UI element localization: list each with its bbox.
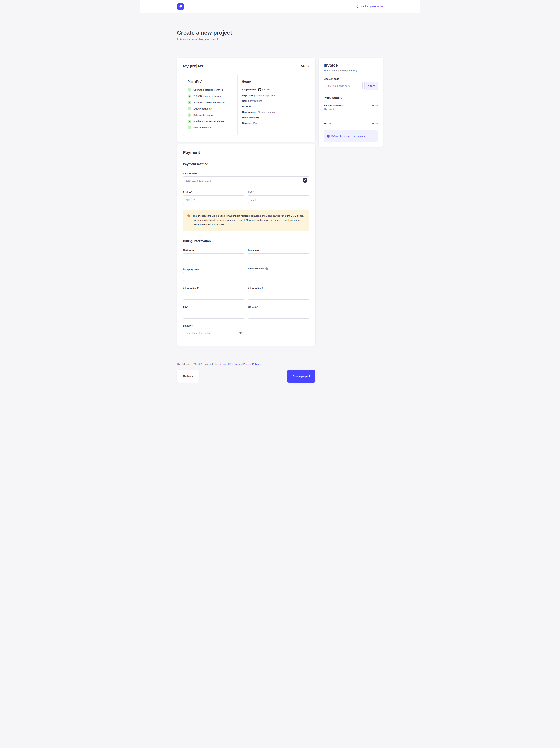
first-name-input[interactable] <box>183 253 244 262</box>
strapi-logo-mark <box>179 5 182 8</box>
discount-code-label: Discount code <box>324 78 339 80</box>
check-icon <box>188 120 191 123</box>
country-field: Country Select or enter a value <box>183 324 244 337</box>
plan-feature: Multi-environment available <box>188 120 229 123</box>
company-name-label: Company name <box>183 268 200 271</box>
city-input[interactable] <box>183 310 244 319</box>
zip-code-field: ZIP code <box>248 305 310 319</box>
payment-title: Payment <box>183 150 310 155</box>
price-item-period: This month <box>324 108 343 111</box>
privacy-policy-link[interactable]: Privacy Policy <box>243 363 259 366</box>
last-name-field: Last name <box>248 249 310 262</box>
company-name-field: Company name <box>183 267 244 281</box>
first-name-label: First name <box>183 249 194 252</box>
setup-row-branch: Branch main <box>242 105 284 108</box>
address-line1-field: Address line 1 <box>183 286 244 300</box>
expires-field: Expires <box>183 190 244 204</box>
next-month-charge-note: $75 will be charged next month. <box>324 131 378 142</box>
create-project-button[interactable]: Create project <box>287 370 315 382</box>
plan-feature-label: 500 GB of assets bandwidth <box>193 101 225 104</box>
price-item-name: Strapi Cloud Pro <box>324 104 343 107</box>
city-field: City <box>183 305 244 319</box>
check-icon <box>188 113 191 117</box>
total-amount: $8.04 <box>371 122 378 125</box>
last-name-input[interactable] <box>248 253 310 262</box>
page-title: Create a new project <box>177 29 383 36</box>
discount-code-block: Discount code Apply <box>324 77 378 90</box>
email-input[interactable] <box>248 272 310 280</box>
my-project-title: My project <box>183 64 203 69</box>
setup-row-base-directory: Base directory / <box>242 116 284 119</box>
card-number-input[interactable] <box>183 177 310 185</box>
page-subtitle: Lets create something awesome! <box>177 38 383 41</box>
country-field-spacer <box>248 324 310 337</box>
email-field: Email address <box>248 267 310 281</box>
address-line2-field: Address line 2 <box>248 286 310 300</box>
city-label: City <box>183 306 188 308</box>
discount-code-input[interactable] <box>324 82 363 90</box>
setup-row-name: Name my-project <box>242 99 284 102</box>
back-link-label: Back to projects list <box>361 5 383 8</box>
back-arrow-icon <box>356 5 359 8</box>
check-icon <box>188 101 191 104</box>
check-icon <box>188 94 191 98</box>
invoice-subtitle: This is what you will pay today <box>324 69 378 72</box>
address-line2-label: Address line 2 <box>248 287 263 289</box>
check-icon <box>188 107 191 111</box>
setup-title: Setup <box>242 80 284 84</box>
total-row: TOTAL $8.04 <box>324 122 378 125</box>
country-select[interactable]: Select or enter a value <box>183 329 244 337</box>
country-label: Country <box>183 325 193 327</box>
chevron-down-icon <box>239 332 242 334</box>
payment-method-title: Payment method <box>183 162 310 166</box>
expires-label: Expires <box>183 191 192 194</box>
setup-row-repository: Repository strapi/my-project <box>242 94 284 97</box>
address-line1-label: Address line 1 <box>183 287 199 289</box>
terms-of-service-link[interactable]: Terms of Service <box>219 363 238 366</box>
setup-row-git-provider: Git provider GitHub <box>242 88 284 91</box>
plan-title: Plan (Pro) <box>188 80 229 84</box>
plan-feature-label: Selectable regions <box>193 114 214 116</box>
total-label: TOTAL <box>324 122 332 125</box>
plan-feature-label: 250 GB of assets storage <box>193 95 221 97</box>
zip-code-input[interactable] <box>248 310 310 319</box>
address-line2-input[interactable] <box>248 291 310 300</box>
my-project-card: My project Edit Plan (Pro) <box>177 58 315 142</box>
warning-text: The chosen card will be used for all pro… <box>193 214 305 227</box>
cvc-input[interactable] <box>248 195 310 204</box>
strapi-logo <box>177 3 184 10</box>
first-name-field: First name <box>183 249 244 262</box>
plan-feature-label: Unlimited database entries <box>193 88 223 91</box>
invoice-subtitle-today: today <box>351 69 358 72</box>
check-icon <box>188 88 191 92</box>
setup-box: Setup Git provider GitHub Repository <box>237 74 289 136</box>
apply-discount-button[interactable]: Apply <box>364 82 378 90</box>
address-line1-input[interactable] <box>183 291 244 300</box>
billing-information-title: Billing information <box>183 239 310 243</box>
email-label: Email address <box>248 267 264 270</box>
invoice-title: Invoice <box>324 63 378 68</box>
card-usage-warning: The chosen card will be used for all pro… <box>183 210 310 231</box>
cvc-label: CVC <box>248 191 254 194</box>
zip-code-label: ZIP code <box>248 306 258 308</box>
warning-icon <box>188 214 190 217</box>
plan-feature: 1M API requests <box>188 107 229 111</box>
plan-feature-label: 1M API requests <box>193 107 212 110</box>
setup-rows: Git provider GitHub Repository strapi/my… <box>242 88 284 124</box>
edit-project-button[interactable]: Edit <box>300 65 310 68</box>
back-to-projects-link[interactable]: Back to projects list <box>356 5 383 8</box>
expires-input[interactable] <box>183 195 244 204</box>
card-number-label: Card Number <box>183 172 198 175</box>
go-back-button[interactable]: Go back <box>177 370 199 382</box>
price-details-title: Price details <box>324 96 378 100</box>
plan-feature-list: Unlimited database entries 250 GB of ass… <box>188 88 229 130</box>
top-header-bar: Back to projects list <box>140 0 420 13</box>
email-info-icon <box>265 267 268 270</box>
company-name-input[interactable] <box>183 272 244 281</box>
last-name-label: Last name <box>248 249 259 252</box>
plan-feature: 500 GB of assets bandwidth <box>188 101 229 104</box>
plan-feature: Selectable regions <box>188 113 229 117</box>
edit-label: Edit <box>300 65 305 68</box>
check-icon <box>188 126 191 130</box>
price-item-amount: $8.04 <box>371 104 378 107</box>
